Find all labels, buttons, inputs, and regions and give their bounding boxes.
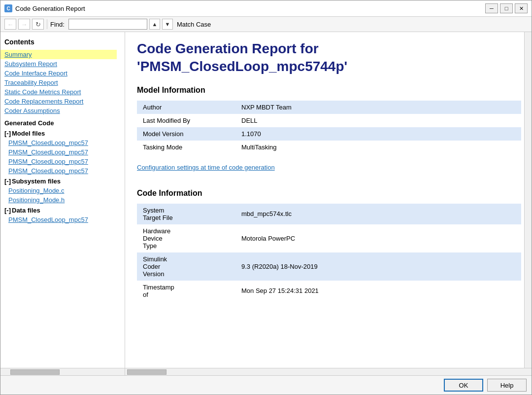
model-info-value-tasking: MultiTasking	[235, 141, 521, 154]
code-info-value-simulink: 9.3 (R2020a) 18-Nov-2019	[235, 252, 521, 281]
table-row: Simulink Coder Version 9.3 (R2020a) 18-N…	[137, 252, 521, 281]
find-label: Find:	[50, 21, 65, 28]
main-title-line1: Code Generation Report for	[137, 41, 319, 56]
table-row: Last Modified By DELL	[137, 114, 521, 127]
model-files-header: [-] Model files	[0, 128, 117, 138]
close-button[interactable]: ✕	[515, 3, 528, 13]
find-down-button[interactable]: ▼	[162, 19, 173, 30]
data-files-label: Data files	[12, 207, 40, 214]
app-icon: C	[4, 4, 12, 12]
content-scroll-area: Code Generation Report for 'PMSM_ClosedL…	[125, 32, 524, 368]
subsystem-files-collapse-icon[interactable]: [-]	[4, 178, 11, 185]
sidebar: Contents Summary Subsystem Report Code I…	[0, 32, 125, 375]
model-info-value-modified: DELL	[235, 114, 521, 127]
code-info-label-simulink: Simulink Coder Version	[137, 252, 235, 281]
sidebar-hscroll-thumb[interactable]	[10, 369, 60, 375]
right-scroll-row: Code Generation Report for 'PMSM_ClosedL…	[125, 32, 532, 368]
contents-header: Contents	[0, 36, 117, 50]
content-horizontal-scrollbar[interactable]	[125, 368, 532, 375]
table-row: Author NXP MBDT Team	[137, 101, 521, 114]
table-row: System Target File mbd_mpc574x.tlc	[137, 204, 521, 224]
subsystem-files-header: [-] Subsystem files	[0, 176, 117, 186]
data-files-collapse-icon[interactable]: [-]	[4, 207, 11, 214]
sidebar-item-coder-assumptions[interactable]: Coder Assumptions	[0, 106, 117, 115]
code-info-value-timestamp: Mon Sep 27 15:24:31 2021	[235, 281, 521, 301]
model-info-label-author: Author	[137, 101, 235, 114]
window-title: Code Generation Report	[15, 5, 485, 12]
content-hscroll-thumb[interactable]	[127, 369, 166, 375]
forward-button[interactable]: →	[18, 19, 30, 30]
model-info-label-modified: Last Modified By	[137, 114, 235, 127]
sidebar-item-subsystem-report[interactable]: Subsystem Report	[0, 59, 117, 69]
model-info-value-version: 1.1070	[235, 127, 521, 141]
table-row: Tasking Mode MultiTasking	[137, 141, 521, 154]
sidebar-item-code-replacements[interactable]: Code Replacements Report	[0, 97, 117, 106]
main-title-line2: 'PMSM_ClosedLoop_mpc5744p'	[137, 59, 347, 74]
find-input[interactable]	[68, 19, 147, 30]
model-info-table: Author NXP MBDT Team Last Modified By DE…	[137, 101, 521, 154]
sidebar-item-code-interface-report[interactable]: Code Interface Report	[0, 69, 117, 78]
subsystem-files-label: Subsystem files	[12, 178, 61, 185]
back-button[interactable]: ←	[4, 19, 16, 30]
data-file-1[interactable]: PMSM_ClosedLoop_mpc57	[0, 215, 117, 224]
title-bar: C Code Generation Report ─ □ ✕	[0, 0, 532, 17]
toolbar-separator	[47, 19, 47, 29]
refresh-button[interactable]: ↻	[32, 19, 44, 30]
model-info-label-version: Model Version	[137, 127, 235, 141]
subsystem-file-2[interactable]: Positioning_Mode.h	[0, 195, 117, 205]
model-files-collapse-icon[interactable]: [-]	[4, 130, 11, 137]
model-info-value-author: NXP MBDT Team	[235, 101, 521, 114]
minimize-button[interactable]: ─	[485, 3, 498, 13]
sidebar-item-traceability-report[interactable]: Traceability Report	[0, 78, 117, 87]
code-info-label-timestamp: Timestamp of	[137, 281, 235, 301]
generated-code-header: Generated Code	[0, 115, 117, 128]
data-files-header: [-] Data files	[0, 205, 117, 215]
model-file-1[interactable]: PMSM_ClosedLoop_mpc57	[0, 138, 117, 147]
code-info-section-title: Code Information	[137, 189, 512, 198]
toolbar: ← → ↻ Find: ▲ ▼ Match Case	[0, 17, 532, 32]
subsystem-file-1[interactable]: Positioning_Mode.c	[0, 186, 117, 195]
main-body: Contents Summary Subsystem Report Code I…	[0, 32, 532, 375]
maximize-button[interactable]: □	[500, 3, 513, 13]
code-info-table: System Target File mbd_mpc574x.tlc Hardw…	[137, 204, 521, 301]
sidebar-item-summary[interactable]: Summary	[0, 50, 117, 59]
main-title: Code Generation Report for 'PMSM_ClosedL…	[137, 40, 512, 76]
bottom-bar: OK Help	[0, 375, 532, 395]
code-info-label-target: System Target File	[137, 204, 235, 224]
main-window: C Code Generation Report ─ □ ✕ ← → ↻ Fin…	[0, 0, 532, 395]
find-up-button[interactable]: ▲	[149, 19, 160, 30]
ok-button[interactable]: OK	[444, 379, 483, 392]
model-info-section-title: Model Information	[137, 86, 512, 95]
content-vertical-scrollbar[interactable]	[524, 32, 532, 368]
window-controls: ─ □ ✕	[485, 3, 528, 13]
code-info-label-hardware: Hardware Device Type	[137, 224, 235, 252]
table-row: Model Version 1.1070	[137, 127, 521, 141]
sidebar-horizontal-scrollbar[interactable]	[0, 368, 125, 375]
match-case-label: Match Case	[177, 21, 211, 28]
right-panel: Code Generation Report for 'PMSM_ClosedL…	[125, 32, 532, 375]
model-files-label: Model files	[12, 130, 45, 137]
model-file-2[interactable]: PMSM_ClosedLoop_mpc57	[0, 147, 117, 157]
model-file-4[interactable]: PMSM_ClosedLoop_mpc57	[0, 166, 117, 176]
sidebar-item-static-code-metrics[interactable]: Static Code Metrics Report	[0, 87, 117, 97]
table-row: Hardware Device Type Motorola PowerPC	[137, 224, 521, 252]
model-file-3[interactable]: PMSM_ClosedLoop_mpc57	[0, 157, 117, 166]
code-info-value-hardware: Motorola PowerPC	[235, 224, 521, 252]
code-info-value-target: mbd_mpc574x.tlc	[235, 204, 521, 224]
help-button[interactable]: Help	[487, 379, 527, 392]
config-settings-link[interactable]: Configuration settings at time of code g…	[137, 164, 275, 171]
model-info-label-tasking: Tasking Mode	[137, 141, 235, 154]
sidebar-content: Contents Summary Subsystem Report Code I…	[0, 32, 125, 368]
table-row: Timestamp of Mon Sep 27 15:24:31 2021	[137, 281, 521, 301]
